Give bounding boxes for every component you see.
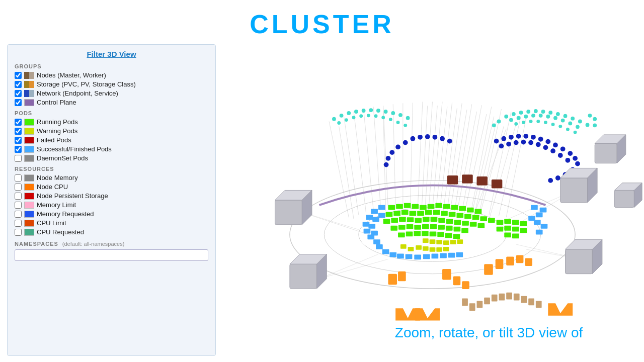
- filter-row-successful: Successful/Finished Pods: [15, 145, 208, 153]
- svg-point-254: [384, 162, 389, 167]
- svg-rect-60: [393, 211, 400, 216]
- svg-rect-68: [456, 213, 463, 218]
- svg-point-236: [514, 140, 519, 145]
- svg-point-242: [558, 153, 563, 158]
- svg-rect-89: [414, 225, 421, 230]
- swatch-cpu-requested: [24, 229, 34, 236]
- svg-point-198: [347, 111, 351, 115]
- svg-rect-265: [525, 258, 532, 266]
- svg-rect-113: [512, 233, 519, 238]
- svg-point-241: [550, 148, 555, 153]
- swatch-storage-1: [24, 81, 29, 88]
- svg-rect-62: [410, 211, 417, 216]
- checkbox-nodes[interactable]: [15, 72, 22, 79]
- svg-rect-110: [512, 227, 519, 232]
- svg-rect-118: [364, 229, 371, 234]
- filter-row-memory-requested: Memory Requested: [15, 210, 208, 218]
- svg-rect-48: [396, 204, 403, 209]
- svg-rect-54: [443, 204, 450, 209]
- checkbox-cpu-limit[interactable]: [15, 220, 22, 227]
- svg-rect-275: [514, 294, 520, 301]
- checkbox-memory-limit[interactable]: [15, 202, 22, 209]
- svg-point-201: [369, 108, 373, 112]
- svg-rect-115: [371, 209, 378, 214]
- namespaces-input[interactable]: [15, 249, 208, 261]
- checkbox-node-persistent[interactable]: [15, 193, 22, 200]
- svg-rect-105: [504, 219, 511, 224]
- filter-row-node-cpu: Node CPU: [15, 183, 208, 191]
- svg-rect-102: [445, 233, 452, 238]
- swatch-control: [24, 99, 34, 106]
- svg-point-249: [447, 139, 452, 144]
- swatch-node-memory: [24, 174, 34, 182]
- svg-rect-81: [446, 219, 453, 224]
- svg-point-181: [576, 125, 580, 129]
- svg-rect-266: [388, 274, 397, 285]
- svg-rect-138: [536, 212, 543, 217]
- swatch-successful: [24, 146, 34, 153]
- svg-rect-73: [383, 219, 390, 224]
- svg-point-172: [509, 118, 513, 122]
- checkbox-failed[interactable]: [15, 137, 22, 144]
- svg-rect-279: [275, 200, 302, 225]
- checkbox-memory-requested[interactable]: [15, 211, 22, 218]
- checkbox-node-memory[interactable]: [15, 174, 22, 182]
- svg-point-212: [374, 114, 378, 118]
- checkbox-storage[interactable]: [15, 81, 22, 88]
- svg-rect-117: [363, 222, 370, 227]
- checkbox-network[interactable]: [15, 90, 22, 97]
- svg-rect-103: [453, 234, 460, 239]
- filter-panel-title[interactable]: Filter 3D View: [15, 50, 208, 58]
- svg-point-184: [593, 123, 597, 127]
- svg-rect-141: [541, 224, 548, 229]
- filter-row-nodes: Nodes (Master, Worker): [15, 71, 208, 79]
- checkbox-cpu-requested[interactable]: [15, 229, 22, 236]
- viz-area[interactable]: Zoom, rotate, or tilt 3D view of: [221, 44, 644, 356]
- svg-point-250: [403, 140, 408, 145]
- svg-point-246: [425, 134, 430, 139]
- pods-label: PODS: [15, 110, 208, 116]
- svg-rect-82: [454, 220, 461, 225]
- filter-row-running: Running Pods: [15, 118, 208, 126]
- svg-rect-154: [408, 247, 414, 251]
- checkbox-node-cpu[interactable]: [15, 184, 22, 191]
- svg-point-252: [389, 150, 394, 155]
- svg-point-200: [362, 109, 366, 113]
- svg-rect-294: [614, 190, 634, 207]
- label-node-cpu: Node CPU: [37, 183, 68, 191]
- svg-rect-96: [398, 233, 405, 238]
- svg-rect-155: [400, 244, 407, 249]
- svg-point-194: [566, 128, 570, 131]
- svg-rect-83: [462, 221, 469, 226]
- svg-rect-75: [399, 217, 406, 222]
- svg-rect-144: [430, 239, 436, 244]
- svg-rect-79: [431, 217, 438, 222]
- svg-point-248: [440, 136, 445, 141]
- svg-rect-132: [432, 254, 439, 259]
- checkbox-successful[interactable]: [15, 146, 22, 153]
- namespaces-default: (default: all-namespaces): [62, 241, 125, 247]
- svg-rect-91: [430, 224, 437, 229]
- svg-point-182: [497, 120, 501, 124]
- svg-point-251: [395, 144, 400, 149]
- svg-point-220: [516, 134, 521, 139]
- checkbox-warning[interactable]: [15, 128, 22, 135]
- svg-rect-94: [454, 227, 461, 232]
- svg-rect-271: [484, 298, 490, 305]
- swatch-node-cpu: [24, 184, 34, 191]
- checkbox-running[interactable]: [15, 119, 22, 126]
- svg-point-193: [558, 125, 562, 128]
- swatch-nodes-1: [24, 72, 29, 79]
- filter-row-node-persistent: Node Persistent Storage: [15, 192, 208, 200]
- svg-point-187: [514, 122, 518, 126]
- svg-rect-111: [520, 228, 527, 233]
- svg-point-197: [340, 114, 344, 118]
- svg-point-223: [538, 137, 543, 142]
- cluster-visualization[interactable]: [221, 44, 644, 356]
- svg-rect-84: [470, 222, 477, 227]
- svg-rect-147: [450, 240, 456, 244]
- checkbox-daemonset[interactable]: [15, 155, 22, 162]
- swatch-nodes-2: [29, 72, 34, 79]
- svg-point-234: [499, 144, 504, 149]
- checkbox-control[interactable]: [15, 99, 22, 106]
